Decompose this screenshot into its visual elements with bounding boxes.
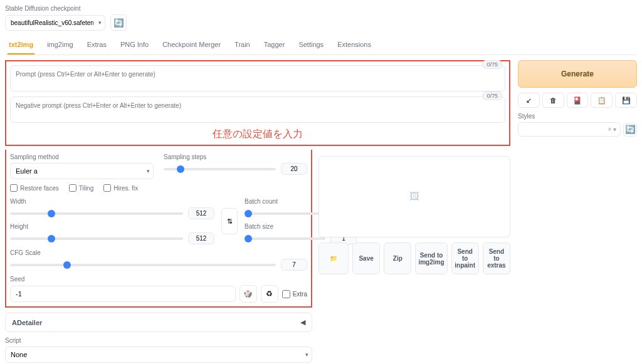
annotation-text: 任意の設定値を入力 [10, 128, 505, 141]
neg-prompt-counter: 0/75 [482, 91, 502, 100]
width-value[interactable] [188, 207, 214, 219]
seed-input[interactable] [10, 286, 236, 302]
result-image-area: 🖼 [318, 156, 510, 237]
tool-style-icon[interactable]: 🎴 [567, 93, 589, 108]
sampling-method-label: Sampling method [10, 153, 154, 160]
neg-prompt-container: 0/75 [10, 96, 505, 123]
checkpoint-label: Stable Diffusion checkpoint [5, 5, 637, 12]
cfg-value[interactable] [281, 259, 307, 271]
zip-button[interactable]: Zip [384, 242, 411, 274]
adetailer-accordion[interactable]: ADetailer ◀ [5, 313, 312, 332]
hiresfix-check[interactable]: Hires. fix [103, 184, 138, 192]
sampling-steps-slider[interactable] [164, 168, 276, 170]
seed-label: Seed [10, 276, 307, 283]
tab-extensions[interactable]: Extensions [336, 37, 372, 55]
sampling-method-select[interactable]: Euler a [10, 163, 154, 179]
batch-size-label: Batch size [245, 223, 307, 230]
checkpoint-select[interactable]: beautifulRealistic_v60.safetensors [bc2f… [5, 15, 105, 31]
tab-tagger[interactable]: Tagger [263, 37, 287, 55]
prompt-input[interactable] [11, 66, 505, 90]
tool-clip-icon[interactable]: 📋 [591, 93, 613, 108]
chevron-left-icon: ◀ [300, 318, 305, 326]
send-inpaint-button[interactable]: Send to inpaint [451, 242, 479, 274]
height-label: Height [10, 223, 214, 230]
open-folder-button[interactable]: 📁 [318, 242, 349, 274]
styles-select[interactable]: × ▾ [518, 122, 621, 137]
header-row: beautifulRealistic_v60.safetensors [bc2f… [5, 14, 637, 31]
image-placeholder-icon: 🖼 [409, 191, 419, 202]
tiling-check[interactable]: Tiling [69, 184, 94, 192]
neg-prompt-input[interactable] [11, 97, 505, 121]
restore-faces-check[interactable]: Restore faces [10, 184, 59, 192]
main-tabs: txt2img img2img Extras PNG Info Checkpoi… [5, 37, 637, 55]
tool-clear-icon[interactable]: 🗑 [542, 93, 564, 108]
cfg-label: CFG Scale [10, 249, 307, 256]
script-label: Script [5, 337, 312, 344]
seed-reuse-icon[interactable]: ♻ [261, 285, 278, 303]
tab-txt2img[interactable]: txt2img [8, 37, 34, 55]
batch-count-label: Batch count [245, 198, 307, 205]
batch-count-slider[interactable] [245, 212, 325, 215]
seed-random-icon[interactable]: 🎲 [239, 285, 257, 303]
generate-button[interactable]: Generate [518, 60, 637, 88]
width-label: Width [10, 198, 214, 205]
seed-extra-check[interactable]: Extra [282, 290, 307, 298]
tab-settings[interactable]: Settings [297, 37, 325, 55]
width-slider[interactable] [10, 212, 183, 215]
tab-train[interactable]: Train [233, 37, 251, 55]
swap-dims-icon[interactable]: ⇅ [221, 208, 238, 234]
refresh-checkpoint-icon[interactable]: 🔄 [110, 14, 127, 31]
send-extras-button[interactable]: Send to extras [483, 242, 510, 274]
tool-arrow-icon[interactable]: ↙ [518, 93, 540, 108]
tab-checkpoint-merger[interactable]: Checkpoint Merger [161, 37, 222, 55]
cfg-slider[interactable] [10, 264, 276, 266]
send-img2img-button[interactable]: Send to img2img [415, 242, 447, 274]
tab-pnginfo[interactable]: PNG Info [119, 37, 150, 55]
tab-img2img[interactable]: img2img [46, 37, 75, 55]
styles-refresh-icon[interactable]: 🔄 [623, 123, 637, 137]
annotation-box: 0/75 0/75 任意の設定値を入力 [5, 60, 510, 146]
styles-label: Styles [518, 113, 637, 120]
prompt-counter: 0/75 [482, 60, 502, 69]
height-value[interactable] [188, 232, 214, 244]
height-slider[interactable] [10, 237, 183, 240]
sampling-steps-label: Sampling steps [164, 153, 307, 160]
batch-size-slider[interactable] [245, 237, 325, 240]
tool-save-icon[interactable]: 💾 [615, 93, 637, 108]
save-button[interactable]: Save [352, 242, 380, 274]
script-select[interactable]: None [5, 346, 312, 363]
settings-panel: Sampling method Euler a Sampling steps [5, 150, 312, 308]
prompt-container: 0/75 [10, 65, 505, 91]
tab-extras[interactable]: Extras [86, 37, 108, 55]
sampling-steps-value[interactable] [281, 163, 307, 175]
